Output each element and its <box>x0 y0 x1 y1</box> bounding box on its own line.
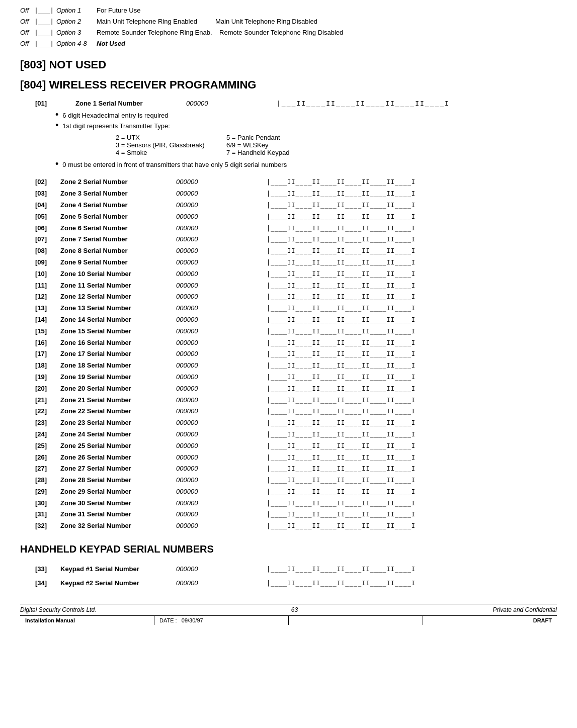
zr-input: |____II____II____II____II____II____I <box>267 418 416 428</box>
zr-code: [17] <box>35 348 60 359</box>
bullet-text-3: 0 must be entered in front of transmitte… <box>62 161 287 168</box>
transmitter-cell-1l: 2 = UTX <box>116 134 206 141</box>
zone-row-[32]: [32] Zone 32 Serial Number 000000 |____I… <box>25 520 557 531</box>
zr-default: 000000 <box>176 475 226 485</box>
zr-default: 000000 <box>176 429 226 439</box>
zr-name: Zone 14 Serial Number <box>60 314 176 325</box>
zr-name: Zone 9 Serial Number <box>60 257 176 267</box>
zr-default: 000000 <box>176 406 226 416</box>
zr-code: [14] <box>35 314 60 325</box>
zr-default: 000000 <box>176 188 226 199</box>
zr-name: Zone 6 Serial Number <box>60 223 176 233</box>
footer: Digital Security Controls Ltd. 63 Privat… <box>20 604 557 625</box>
transmitter-cell-3r: 7 = Handheld Keypad <box>226 149 317 156</box>
zr-code: [06] <box>35 223 60 233</box>
footer-date: 09/30/97 <box>182 617 203 623</box>
transmitter-cell-2r: 6/9 = WLSKey <box>226 141 317 149</box>
zr-code: [04] <box>35 200 60 210</box>
zr-code: [32] <box>35 520 60 531</box>
zr-code: [03] <box>35 188 60 199</box>
zr-code: [10] <box>35 268 60 279</box>
zr-code: [24] <box>35 429 60 439</box>
zr-default: 000000 <box>176 395 226 405</box>
zr-default: 000000 <box>176 234 226 244</box>
zr-default: 000000 <box>176 383 226 394</box>
top-options-section: Off |___| Option 1 For Future Use Off |_… <box>20 5 557 49</box>
zr-name: Zone 8 Serial Number <box>60 245 176 256</box>
zr-input: |____II____II____II____II____II____I <box>267 177 416 188</box>
zr-name: Zone 28 Serial Number <box>60 475 176 485</box>
transmitter-cell-1r: 5 = Panic Pendant <box>226 134 317 141</box>
zr-code: [27] <box>35 463 60 474</box>
zone-row-[08]: [08] Zone 8 Serial Number 000000 |____II… <box>25 245 557 256</box>
zr-input: |____II____II____II____II____II____I <box>267 269 416 280</box>
zr-input: |____II____II____II____II____II____I <box>267 476 416 486</box>
zone-row-[10]: [10] Zone 10 Serial Number 000000 |____I… <box>25 268 557 280</box>
option-row-4: Off |___| Option 4-8 Not Used <box>20 38 557 49</box>
zone-01-input: |___II____II____II____II____II____I <box>277 100 450 107</box>
zone-row-[05]: [05] Zone 5 Serial Number 000000 |____II… <box>25 211 557 222</box>
zr-input: |____II____II____II____II____II____I <box>267 430 416 440</box>
zr-name: Zone 18 Serial Number <box>60 360 176 371</box>
zr-default: 000000 <box>176 200 226 210</box>
zr-code: [25] <box>35 440 60 451</box>
zr-name: Zone 27 Serial Number <box>60 463 176 474</box>
bullet-item-3: • 0 must be entered in front of transmit… <box>55 159 557 168</box>
opt-desc-2: Main Unit Telephone Ring Enabled Main Un… <box>97 16 557 27</box>
zr-input: |____II____II____II____II____II____I <box>267 338 416 348</box>
zone-row-[17]: [17] Zone 17 Serial Number 000000 |____I… <box>25 348 557 359</box>
zone-01-name: Zone 1 Serial Number <box>75 100 186 107</box>
zone-row-[18]: [18] Zone 18 Serial Number 000000 |____I… <box>25 360 557 371</box>
zr-input: |____II____II____II____II____II____I <box>267 453 416 463</box>
zr-default: 000000 <box>176 303 226 313</box>
zr-name: Zone 19 Serial Number <box>60 372 176 382</box>
opt-label-2: Option 2 <box>56 16 97 27</box>
opt-box-1: |___| <box>34 5 54 16</box>
zone-row-[30]: [30] Zone 30 Serial Number 000000 |____I… <box>25 498 557 509</box>
zr-input: |____II____II____II____II____II____I <box>267 304 416 314</box>
zone-row-[11]: [11] Zone 11 Serial Number 000000 |____I… <box>25 280 557 291</box>
zr-code: [23] <box>35 417 60 428</box>
opt-off-3: Off <box>20 27 34 38</box>
zr-name: Zone 15 Serial Number <box>60 326 176 336</box>
footer-bottom: Installation Manual DATE : 09/30/97 DRAF… <box>20 615 557 625</box>
bullet-list: • 6 digit Hexadecimal entry is required … <box>55 110 557 130</box>
opt-label-3: Option 3 <box>56 27 97 38</box>
transmitter-table: 2 = UTX 5 = Panic Pendant 3 = Sensors (P… <box>116 134 557 156</box>
zone-row-[26]: [26] Zone 26 Serial Number 000000 |____I… <box>25 452 557 463</box>
zr-name: Zone 13 Serial Number <box>60 303 176 313</box>
kp-name: Keypad #1 Serial Number <box>60 563 176 575</box>
zr-code: [19] <box>35 372 60 382</box>
zr-input: |____II____II____II____II____II____I <box>267 212 416 222</box>
kp-code: [33] <box>35 563 60 575</box>
zr-code: [29] <box>35 486 60 497</box>
zr-default: 000000 <box>176 268 226 279</box>
transmitter-cell-2l: 3 = Sensors (PIR, Glassbreak) <box>116 141 206 149</box>
zr-default: 000000 <box>176 291 226 302</box>
zone-row-[07]: [07] Zone 7 Serial Number 000000 |____II… <box>25 234 557 245</box>
option-row-1: Off |___| Option 1 For Future Use <box>20 5 557 16</box>
zr-input: |____II____II____II____II____II____I <box>267 407 416 417</box>
zr-input: |____II____II____II____II____II____I <box>267 510 416 520</box>
kp-input: |____II____II____II____II____II____I <box>267 578 416 589</box>
zr-code: [21] <box>35 395 60 405</box>
kp-name: Keypad #2 Serial Number <box>60 577 176 589</box>
opt-off-2: Off <box>20 16 34 27</box>
zone-row-[21]: [21] Zone 21 Serial Number 000000 |____I… <box>25 395 557 406</box>
zone-row-[02]: [02] Zone 2 Serial Number 000000 |____II… <box>25 176 557 188</box>
zr-name: Zone 3 Serial Number <box>60 188 176 199</box>
zr-name: Zone 21 Serial Number <box>60 395 176 405</box>
footer-empty <box>289 616 423 625</box>
footer-page: 63 <box>291 606 298 613</box>
zr-input: |____II____II____II____II____II____I <box>267 235 416 245</box>
zr-input: |____II____II____II____II____II____I <box>267 361 416 371</box>
zr-input: |____II____II____II____II____II____I <box>267 384 416 394</box>
opt-desc-4: Not Used <box>97 38 557 49</box>
zr-name: Zone 11 Serial Number <box>60 280 176 291</box>
kp-code: [34] <box>35 577 60 589</box>
footer-company: Digital Security Controls Ltd. <box>20 606 96 613</box>
zone-row-[15]: [15] Zone 15 Serial Number 000000 |____I… <box>25 326 557 337</box>
option-row-3: Off |___| Option 3 Remote Sounder Teleph… <box>20 27 557 38</box>
zr-name: Zone 17 Serial Number <box>60 348 176 359</box>
zr-input: |____II____II____II____II____II____I <box>267 224 416 234</box>
